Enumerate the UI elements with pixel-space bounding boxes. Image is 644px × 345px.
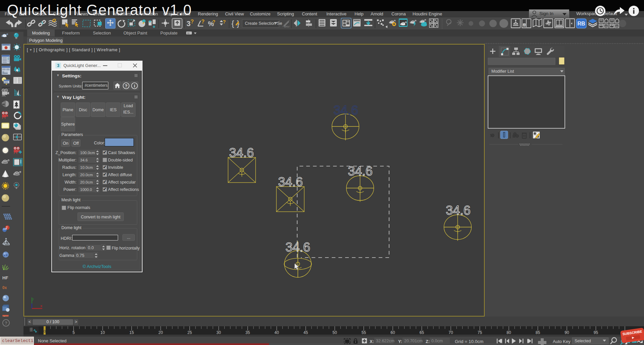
- svg-text:32.622cm: 32.622cm: [376, 339, 394, 343]
- svg-text:Z:: Z:: [426, 339, 430, 344]
- svg-text:Y:: Y:: [398, 339, 402, 344]
- svg-text:Selected: Selected: [575, 339, 591, 343]
- svg-text:X:: X:: [370, 339, 374, 344]
- svg-text:20.701cm: 20.701cm: [404, 339, 423, 343]
- svg-text:Grid = 10.0cm: Grid = 10.0cm: [455, 339, 483, 344]
- svg-text:Auto Key: Auto Key: [553, 339, 571, 344]
- svg-text:0.0cm: 0.0cm: [431, 339, 443, 343]
